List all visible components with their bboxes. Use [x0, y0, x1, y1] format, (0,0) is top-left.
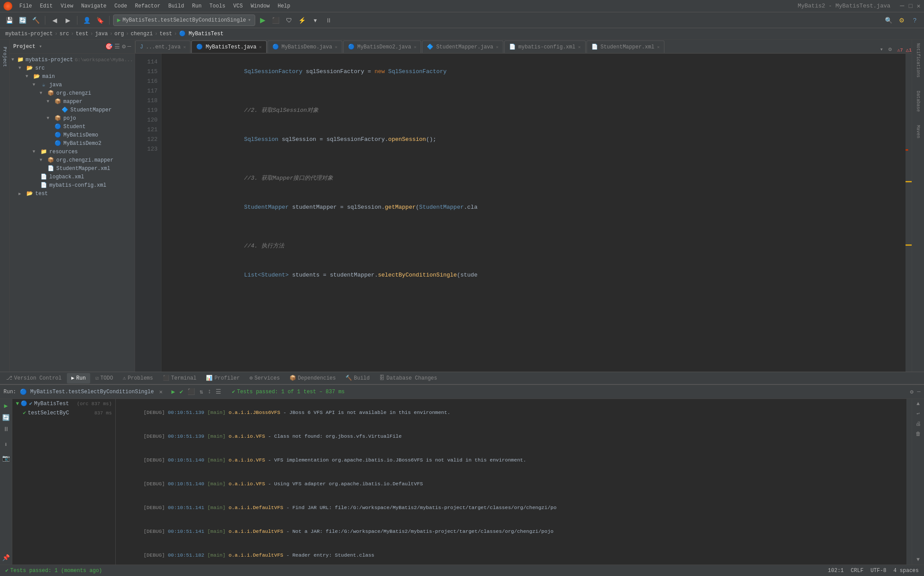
tree-item-studentmapper-xml[interactable]: 📄 StudentMapper.xml — [10, 164, 135, 173]
stop-btn[interactable]: ⬛ — [270, 15, 282, 26]
run-close-btn[interactable]: ✕ — [159, 388, 163, 395]
tree-item-main[interactable]: ▼ 📂 main — [10, 72, 135, 81]
screenshot-side-btn[interactable]: 📷 — [2, 453, 10, 463]
tree-item-root[interactable]: ▼ 📁 mybatis-project G:\workspace\MyBa... — [10, 55, 135, 64]
tree-item-mapper-pkg[interactable]: ▼ 📦 org.chengzi.mapper — [10, 156, 135, 164]
tree-item-src[interactable]: ▼ 📂 src — [10, 64, 135, 72]
breadcrumb-chengzi[interactable]: chengzi — [131, 31, 153, 37]
tab-close[interactable]: ✕ — [335, 44, 337, 50]
tab-mybatisdemo[interactable]: 🔵 MyBatisDemo.java ✕ — [268, 41, 342, 53]
hide-icon[interactable]: — — [128, 43, 131, 50]
test-class-item[interactable]: ▼ 🔵 ✔ MyBatisTest (orc 837 ms) — [12, 399, 115, 408]
btab-services[interactable]: ⚙ Services — [245, 373, 284, 384]
tab-close[interactable]: ✕ — [578, 44, 581, 50]
maximize-btn[interactable]: □ — [909, 3, 912, 10]
breadcrumb-project[interactable]: mybatis-project — [5, 31, 53, 37]
stop-side-btn[interactable]: 🔄 — [2, 413, 10, 423]
run-config-selector[interactable]: ▶ MyBatisTest.testSelectByConditionSingl… — [113, 15, 255, 26]
btab-dependencies[interactable]: 📦 Dependencies — [285, 373, 340, 384]
log-scrollbar[interactable] — [906, 399, 912, 565]
notifications-panel[interactable]: Notifications — [916, 41, 920, 79]
breadcrumb-test[interactable]: test — [76, 31, 88, 37]
save-btn[interactable]: 💾 — [4, 15, 15, 26]
print-btn[interactable]: 🖨 — [916, 421, 921, 427]
bookmark-btn[interactable]: 🔖 — [94, 15, 106, 26]
tab-close[interactable]: ✕ — [259, 44, 262, 50]
tree-item-pojo[interactable]: ▼ 📦 pojo — [10, 114, 135, 122]
run-settings-btn[interactable]: ⚙ — [910, 388, 913, 395]
step-side-btn[interactable]: ⬇ — [4, 439, 7, 450]
show-log-btn[interactable]: ☰ — [214, 387, 223, 396]
tab-mybatisdemo2[interactable]: 🔵 MyBatisDemo2.java ✕ — [343, 41, 421, 53]
btab-run[interactable]: ▶ Run — [67, 373, 90, 384]
menu-view[interactable]: View — [57, 2, 77, 10]
close-btn[interactable]: ✕ — [917, 2, 920, 10]
search-everywhere-btn[interactable]: 🔍 — [883, 15, 894, 26]
cursor-position[interactable]: 102:1 — [828, 568, 844, 574]
bookmark-side-btn[interactable]: 📌 — [2, 553, 10, 563]
btab-todo[interactable]: ☑ TODO — [91, 373, 117, 384]
menu-build[interactable]: Build — [165, 2, 187, 10]
log-output[interactable]: [DEBUG] 00:10:51.139 [main] o.a.i.i.JBos… — [116, 399, 906, 565]
btab-terminal[interactable]: ⬛ Terminal — [158, 373, 201, 384]
wrap-btn[interactable]: ↩ — [917, 410, 920, 417]
menu-navigate[interactable]: Navigate — [77, 2, 110, 10]
breadcrumb-test2[interactable]: test — [160, 31, 172, 37]
tabs-more-btn[interactable]: ▾ ⚙ — [876, 46, 895, 53]
btab-version-control[interactable]: ⎇ Version Control — [2, 373, 66, 384]
menu-help[interactable]: Help — [274, 2, 294, 10]
forward-btn[interactable]: ▶ — [62, 15, 73, 26]
gear-icon[interactable]: ⚙ — [122, 43, 125, 50]
scroll-up-btn[interactable]: ▲ — [917, 401, 920, 407]
tabs-config-btn[interactable]: ⚙ — [888, 46, 892, 53]
run-check-btn[interactable]: ✔ — [178, 387, 185, 396]
build-btn[interactable]: 🔨 — [30, 15, 41, 26]
encoding[interactable]: UTF-8 — [870, 568, 886, 574]
btab-database-changes[interactable]: 🗄 Database Changes — [375, 373, 441, 384]
tab-close[interactable]: ✕ — [414, 44, 416, 50]
editor-scrollbar[interactable] — [906, 54, 912, 372]
minimize-btn[interactable]: ─ — [900, 2, 905, 10]
btab-build[interactable]: 🔨 Build — [341, 373, 374, 384]
dropdown-icon[interactable]: ▾ — [39, 43, 42, 50]
tree-item-test[interactable]: ▶ 📂 test — [10, 189, 135, 198]
tree-item-mapper[interactable]: ▼ 📦 mapper — [10, 97, 135, 106]
btab-profiler[interactable]: 📊 Profiler — [202, 373, 244, 384]
rerun-side-btn[interactable]: ▶ — [4, 401, 7, 411]
tab-close[interactable]: ✕ — [657, 44, 660, 50]
minimize-panel-btn[interactable]: — — [917, 388, 920, 395]
stop-run-btn[interactable]: ⬛ — [186, 387, 197, 396]
tab-mybatis-config[interactable]: 📄 mybatis-config.xml ✕ — [504, 41, 586, 53]
tab-entity[interactable]: J ...ent.java ✕ — [135, 41, 191, 53]
tests-status[interactable]: ✔ Tests passed: 1 (moments ago) — [5, 567, 102, 574]
breadcrumb-src[interactable]: src — [59, 31, 69, 37]
profile-btn[interactable]: ⚡ — [297, 15, 308, 26]
line-ending[interactable]: CRLF — [851, 568, 864, 574]
tree-item-mybatis-config[interactable]: 📄 mybatis-config.xml — [10, 181, 135, 189]
rerun-btn[interactable]: ▶ — [170, 387, 177, 396]
git-user-btn[interactable]: 👤 — [81, 15, 92, 26]
tree-item-logback[interactable]: 📄 logback.xml — [10, 173, 135, 181]
sort-asc-btn[interactable]: ↕ — [206, 387, 213, 396]
more-run-btn[interactable]: ▾ — [310, 15, 321, 26]
tree-item-studentmapper[interactable]: 🔷 StudentMapper — [10, 106, 135, 114]
menu-tools[interactable]: Tools — [206, 2, 229, 10]
tree-item-java[interactable]: ▼ ☕ java — [10, 81, 135, 89]
scroll-down-btn[interactable]: ▼ — [917, 557, 920, 563]
database-panel[interactable]: Database — [916, 89, 920, 114]
menu-vcs[interactable]: VCS — [230, 2, 246, 10]
tree-item-mybatisdemo[interactable]: 🔵 MyBatisDemo — [10, 131, 135, 139]
breadcrumb-java[interactable]: java — [95, 31, 108, 37]
menu-refactor[interactable]: Refactor — [132, 2, 164, 10]
sync-btn[interactable]: 🔄 — [17, 15, 28, 26]
tree-item-resources[interactable]: ▼ 📁 resources — [10, 148, 135, 156]
code-content[interactable]: SqlSessionFactory sqlSessionFactory = ne… — [161, 54, 906, 372]
tab-close[interactable]: ✕ — [496, 44, 499, 50]
tree-item-mybatisdemo2[interactable]: 🔵 MyBatisDemo2 — [10, 139, 135, 148]
tab-mybatistest[interactable]: 🔵 MyBatisTest.java ✕ — [191, 41, 266, 53]
pause-btn[interactable]: ⏸ — [323, 15, 334, 26]
clear-btn[interactable]: 🗑 — [916, 431, 921, 437]
menu-code[interactable]: Code — [111, 2, 131, 10]
menu-run[interactable]: Run — [188, 2, 205, 10]
menu-window[interactable]: Window — [247, 2, 273, 10]
